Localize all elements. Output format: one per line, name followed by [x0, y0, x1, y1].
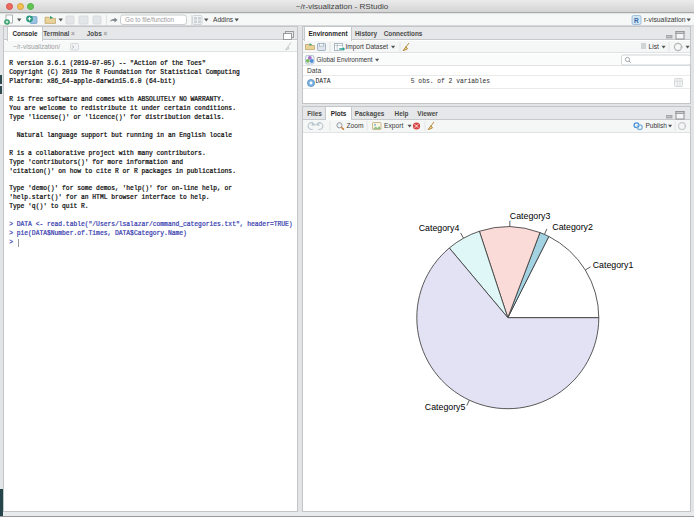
svg-text:Category1: Category1: [593, 260, 634, 270]
svg-text:List: List: [649, 43, 660, 50]
svg-text:Category2: Category2: [552, 222, 593, 232]
svg-text:Import Dataset: Import Dataset: [346, 43, 389, 51]
svg-text:Category4: Category4: [419, 223, 460, 233]
svg-text:R: R: [634, 17, 639, 24]
svg-text:Category5: Category5: [425, 402, 466, 412]
svg-text:r-visualization: r-visualization: [644, 16, 686, 23]
svg-text:Zoom: Zoom: [347, 122, 365, 129]
svg-text:Global Environment: Global Environment: [317, 56, 373, 63]
svg-text:Publish: Publish: [646, 122, 668, 129]
svg-text:Addins: Addins: [213, 16, 234, 23]
svg-text:Export: Export: [384, 122, 403, 130]
svg-text:Category3: Category3: [510, 211, 551, 221]
svg-text:Go to file/function: Go to file/function: [125, 16, 175, 23]
